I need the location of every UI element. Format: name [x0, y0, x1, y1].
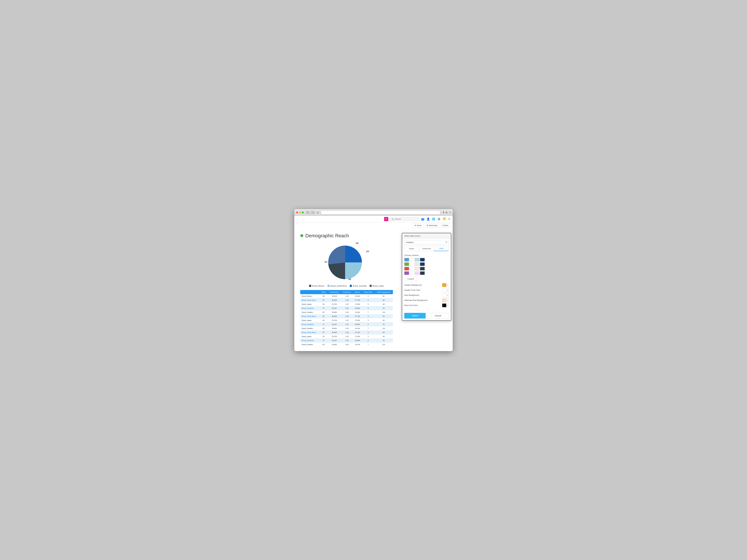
back-button[interactable]: ‹: [306, 211, 310, 214]
table-row: Brand_Japan 54 23,704 1.32 17,944 3 49: [300, 318, 393, 322]
theme-swatch-red-2[interactable]: [410, 267, 414, 270]
theme-swatch-purple-1[interactable]: [404, 271, 409, 275]
add-tab-button[interactable]: +: [449, 211, 451, 214]
minimize-button[interactable]: [299, 211, 301, 213]
theme-swatch-blue-2[interactable]: [410, 258, 414, 262]
legend-item-japan: Brand_Japan: [369, 285, 384, 287]
cell-clicks: 97: [319, 314, 328, 318]
theme-swatch-red-4[interactable]: [420, 267, 425, 270]
settings-icon[interactable]: ⚙️: [437, 217, 441, 221]
send-button[interactable]: ✉ Send: [413, 223, 423, 228]
color-preview-row-font: [442, 303, 446, 307]
theme-swatch-blue-3[interactable]: [415, 258, 419, 262]
cell-reach: 17,944: [353, 335, 362, 338]
theme-swatch-blue-1[interactable]: [404, 258, 409, 262]
cell-brand: Brand_Japan: [300, 302, 319, 306]
app-header: + 🔍 👥 👤 🌐 ⚙️ 🗂️ ⬆: [294, 216, 453, 222]
sidebar-toggle-button[interactable]: ⊡: [316, 211, 320, 214]
color-picker-header-font[interactable]: ▾: [442, 288, 449, 292]
cell-reach: 14,144: [353, 326, 362, 330]
duplicate-button[interactable]: ⧉: [446, 211, 447, 214]
cell-likes: 2: [362, 338, 375, 342]
cell-frequency: 2.54: [341, 326, 353, 330]
share-button[interactable]: ⬆: [442, 211, 444, 214]
cell-clicks: 127: [319, 342, 328, 346]
cell-likes: 3: [362, 314, 375, 318]
close-button[interactable]: [296, 211, 298, 213]
more-button[interactable]: ▾ More: [440, 223, 450, 228]
maximize-button[interactable]: [302, 211, 304, 213]
col-brand: [300, 290, 319, 294]
cell-impressions: 35,964: [328, 310, 341, 314]
cell-frequency: 1.31: [341, 306, 353, 310]
color-row-row-font: Row Font Color ▾: [404, 303, 449, 307]
pie-svg: [327, 244, 364, 281]
tab-style[interactable]: Style: [434, 246, 449, 251]
theme-swatch-red-1[interactable]: [404, 267, 409, 270]
cell-frequency: 1.31: [341, 338, 353, 342]
download-button[interactable]: ⬆ Download: [424, 223, 439, 228]
color-label-row-bg: Row Background: [404, 294, 419, 296]
cell-likes: 3: [362, 298, 375, 302]
search-input[interactable]: [395, 218, 417, 220]
globe-icon[interactable]: 🌐: [432, 217, 435, 221]
color-picker-header-bg[interactable]: ▾: [442, 283, 449, 287]
folder-icon[interactable]: 🗂️: [443, 217, 446, 221]
tab-basic[interactable]: Basic: [405, 246, 419, 251]
cell-frequency: 1.29: [341, 298, 353, 302]
theme-swatch-purple-4[interactable]: [420, 271, 425, 275]
cell-clicks: 89: [319, 294, 328, 298]
tab-advanced[interactable]: Advanced: [419, 246, 434, 251]
cell-likes: 7: [362, 342, 375, 346]
theme-row-purple: [404, 271, 449, 275]
color-picker-row-font[interactable]: ▾: [442, 303, 449, 307]
cell-engagement: 75: [375, 338, 393, 342]
main-content: Demographic Reach 102 223 119 180: [294, 229, 453, 351]
theme-swatch-green-4[interactable]: [420, 262, 425, 266]
cell-engagement: 93: [375, 330, 393, 335]
cell-reach: 23,824: [353, 338, 362, 342]
forward-button[interactable]: ›: [311, 211, 315, 214]
color-row-alt-row-bg: Alternate Row Background ▾: [404, 298, 449, 302]
color-picker-alt-row-bg[interactable]: ▾: [442, 298, 449, 302]
theme-swatch-green-2[interactable]: [410, 262, 414, 266]
legend-color-japan: [369, 285, 372, 287]
legend-label-japan: Brand_Japan: [372, 285, 384, 287]
theme-swatch-purple-2[interactable]: [410, 271, 414, 275]
custom-theme-button[interactable]: Custom: [404, 277, 417, 281]
theme-label: Choose a theme: [404, 254, 449, 257]
legend-color-australia: [350, 285, 352, 287]
cell-reach: 14,144: [353, 342, 362, 346]
theme-swatch-red-3[interactable]: [415, 267, 419, 270]
panel-footer: Submit Cancel: [402, 311, 451, 320]
app-toolbar: ✉ Send ⬆ Download ▾ More: [294, 222, 453, 229]
add-widget-button[interactable]: +: [384, 217, 388, 221]
cell-engagement: 75: [375, 322, 393, 326]
color-options: Header Background ▾ Header Font Color ▾: [404, 283, 449, 307]
panel-header: Select data source: [402, 233, 451, 239]
url-bar[interactable]: [321, 211, 440, 214]
cell-impressions: 35,964: [328, 326, 341, 330]
submit-button[interactable]: Submit: [404, 313, 426, 319]
user-icon[interactable]: 👤: [427, 217, 430, 221]
cell-likes: 7: [362, 326, 375, 330]
theme-swatch-green-3[interactable]: [415, 262, 419, 266]
upload-icon[interactable]: ⬆: [448, 217, 450, 221]
col-clicks: Clicks: [319, 290, 328, 294]
cell-clicks: 54: [319, 318, 328, 322]
cell-reach: 14,144: [353, 310, 362, 314]
theme-swatch-blue-4[interactable]: [420, 258, 425, 262]
color-label-row-font: Row Font Color: [404, 304, 418, 306]
color-label-header-bg: Header Background: [404, 284, 421, 286]
cell-engagement: 114: [375, 342, 393, 346]
color-picker-row-bg[interactable]: ▾: [442, 293, 449, 297]
theme-swatch-purple-3[interactable]: [415, 271, 419, 275]
cell-likes: 7: [362, 310, 375, 314]
users-icon[interactable]: 👥: [421, 217, 424, 221]
data-source-select[interactable]: Analytics: [404, 240, 449, 244]
theme-swatch-green-1[interactable]: [404, 262, 409, 266]
cancel-button[interactable]: Cancel: [427, 313, 449, 319]
cell-impressions: 31,167: [328, 338, 341, 342]
pie-chart: 102 223 119 180: [323, 241, 367, 283]
cell-clicks: 127: [319, 310, 328, 314]
